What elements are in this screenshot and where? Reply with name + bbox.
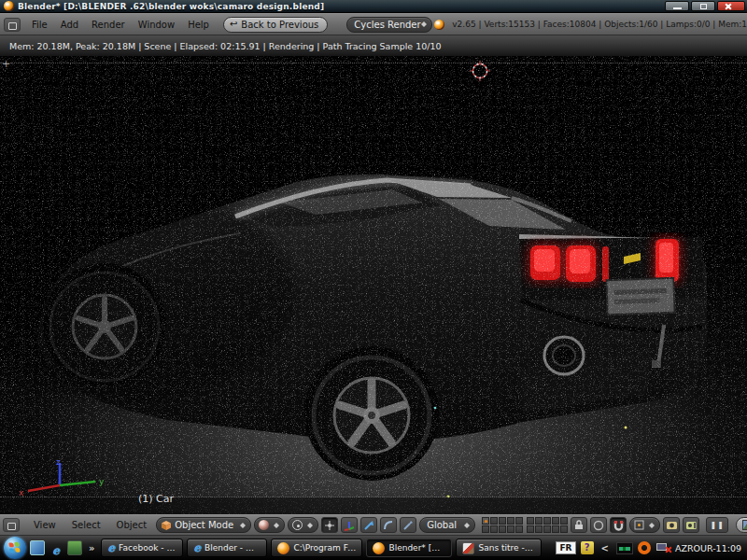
maximize-button[interactable] bbox=[691, 1, 715, 11]
pause-render-button[interactable]: ❚❚ bbox=[706, 517, 728, 533]
language-indicator[interactable]: FR bbox=[556, 541, 575, 554]
maximize-icon bbox=[700, 4, 707, 9]
layer-cell[interactable] bbox=[499, 525, 506, 533]
rotate-arc-button[interactable] bbox=[380, 517, 397, 533]
camera-border-bottom bbox=[0, 497, 747, 497]
opengl-render-button[interactable] bbox=[663, 517, 680, 533]
snap-toggle-button[interactable] bbox=[610, 517, 627, 533]
minimize-icon bbox=[673, 7, 682, 9]
taskbar-button-console[interactable]: C:\Program Fil... bbox=[271, 539, 362, 557]
layer-cell[interactable] bbox=[560, 517, 568, 525]
layer-cell[interactable] bbox=[543, 525, 551, 533]
layer-cell[interactable] bbox=[482, 517, 489, 525]
layer-cell[interactable] bbox=[499, 517, 506, 525]
layers-widget bbox=[482, 517, 568, 533]
taskbar-button-blender-app[interactable]: Blender* [D:\B... bbox=[366, 539, 452, 557]
taskbar-button-blender-web[interactable]: e Blender - © W... bbox=[187, 539, 267, 557]
mode-select[interactable]: Object Mode bbox=[156, 517, 251, 533]
viewport-editor-type-button[interactable] bbox=[3, 518, 20, 532]
window-title: Blender* [D:\BLENDER .62\blender woks\ca… bbox=[18, 2, 324, 11]
orientation-dropdown-arrows-icon bbox=[463, 519, 471, 532]
taskbar-button-facebook[interactable]: e Facebook - © ... bbox=[101, 539, 183, 557]
blender-stats-logo-icon bbox=[434, 20, 444, 30]
close-button[interactable] bbox=[717, 1, 745, 11]
layer-cell[interactable] bbox=[490, 525, 498, 533]
blender-icon bbox=[373, 542, 385, 554]
taskbar-clock[interactable]: AZROUR-11:09 bbox=[675, 543, 741, 553]
opengl-render-anim-button[interactable] bbox=[683, 517, 699, 533]
axis-x-label: x bbox=[19, 488, 24, 497]
axis-y-label: y bbox=[99, 477, 105, 486]
back-to-previous-button[interactable]: ↩ Back to Previous bbox=[223, 17, 328, 33]
tray-player-icon[interactable] bbox=[616, 542, 633, 554]
back-arrow-icon: ↩ bbox=[230, 20, 237, 29]
manipulator-toggle-button[interactable] bbox=[321, 517, 338, 533]
ie-icon: e bbox=[107, 541, 115, 554]
camera-border-top bbox=[0, 63, 747, 63]
menu-file[interactable]: File bbox=[25, 17, 54, 33]
pivot-point-select[interactable] bbox=[288, 517, 318, 533]
quicklaunch-desktop-icon[interactable] bbox=[30, 540, 45, 555]
menu-window[interactable]: Window bbox=[132, 17, 181, 33]
network-disconnected-icon[interactable] bbox=[655, 542, 670, 554]
menu-object[interactable]: Object bbox=[110, 517, 154, 533]
rotate-manipulator-button[interactable] bbox=[360, 517, 377, 533]
scale-manipulator-button[interactable] bbox=[400, 517, 416, 533]
transform-orientation-select[interactable]: Global bbox=[419, 517, 475, 533]
snap-dropdown-arrows-icon bbox=[648, 519, 655, 532]
quicklaunch-overflow-chevron[interactable]: » bbox=[86, 543, 97, 553]
menu-view[interactable]: View bbox=[27, 517, 63, 533]
layer-cell[interactable] bbox=[507, 525, 514, 533]
layer-cell[interactable] bbox=[552, 517, 559, 525]
start-button[interactable] bbox=[4, 537, 26, 559]
active-object-info: (1) Car bbox=[138, 493, 174, 505]
render-layer-button[interactable]: RenderLayer bbox=[736, 517, 747, 533]
tray-help-icon[interactable]: ? bbox=[581, 541, 594, 554]
layer-cell[interactable] bbox=[535, 525, 543, 533]
pivot-icon bbox=[292, 520, 303, 530]
layer-cell[interactable] bbox=[482, 525, 489, 533]
cursor-3d-icon bbox=[470, 61, 490, 81]
quicklaunch-media-icon[interactable] bbox=[67, 540, 82, 555]
layer-cell[interactable] bbox=[515, 525, 523, 533]
menu-help[interactable]: Help bbox=[181, 17, 216, 33]
viewport-shading-select[interactable] bbox=[254, 517, 285, 533]
lock-to-scene-button[interactable] bbox=[571, 517, 587, 533]
menu-add[interactable]: Add bbox=[54, 17, 85, 33]
menu-render[interactable]: Render bbox=[85, 17, 132, 33]
outside-camera-strip bbox=[0, 497, 747, 514]
editor-type-button[interactable] bbox=[4, 18, 21, 32]
layer-cell[interactable] bbox=[507, 517, 514, 525]
render-status-text: Mem: 20.18M, Peak: 20.18M | Scene | Elap… bbox=[9, 41, 442, 51]
viewport-3d[interactable]: + x y z (1) Car bbox=[0, 56, 747, 514]
render-engine-value: Cycles Render bbox=[354, 20, 420, 30]
layer-cell[interactable] bbox=[552, 525, 559, 533]
layer-cell[interactable] bbox=[560, 525, 568, 533]
tray-orange-ring-icon[interactable] bbox=[638, 541, 651, 554]
layer-cell[interactable] bbox=[535, 517, 543, 525]
layer-cell[interactable] bbox=[515, 517, 523, 525]
info-header: File Add Render Window Help ↩ Back to Pr… bbox=[0, 13, 747, 35]
layers-group-1 bbox=[482, 517, 523, 533]
translate-manipulator-button[interactable] bbox=[341, 517, 358, 533]
viewport-header: View Select Object Object Mode bbox=[0, 514, 747, 536]
camaro-render bbox=[0, 56, 747, 514]
minimize-button[interactable] bbox=[665, 1, 689, 11]
layer-cell[interactable] bbox=[490, 517, 498, 525]
taskbar-button-paint[interactable]: Sans titre - Paint bbox=[456, 539, 542, 557]
region-expand-icon[interactable]: + bbox=[2, 58, 10, 70]
menu-select[interactable]: Select bbox=[65, 517, 107, 533]
render-engine-select[interactable]: Cycles Render bbox=[346, 17, 432, 33]
scene-stats-text: v2.65 | Verts:15153 | Faces:10804 | Obje… bbox=[452, 20, 747, 29]
tray-chevron[interactable]: < bbox=[599, 543, 612, 553]
snap-element-select[interactable] bbox=[629, 517, 660, 533]
layer-cell[interactable] bbox=[527, 517, 534, 525]
lock-icon bbox=[574, 520, 584, 530]
layer-cell[interactable] bbox=[543, 517, 551, 525]
magnet-icon bbox=[613, 520, 624, 531]
render-noise bbox=[0, 56, 747, 514]
arc-icon bbox=[383, 520, 394, 531]
quicklaunch-ie-icon[interactable]: e bbox=[49, 540, 63, 555]
layer-cell[interactable] bbox=[527, 525, 534, 533]
proportional-edit-button[interactable] bbox=[590, 517, 607, 533]
